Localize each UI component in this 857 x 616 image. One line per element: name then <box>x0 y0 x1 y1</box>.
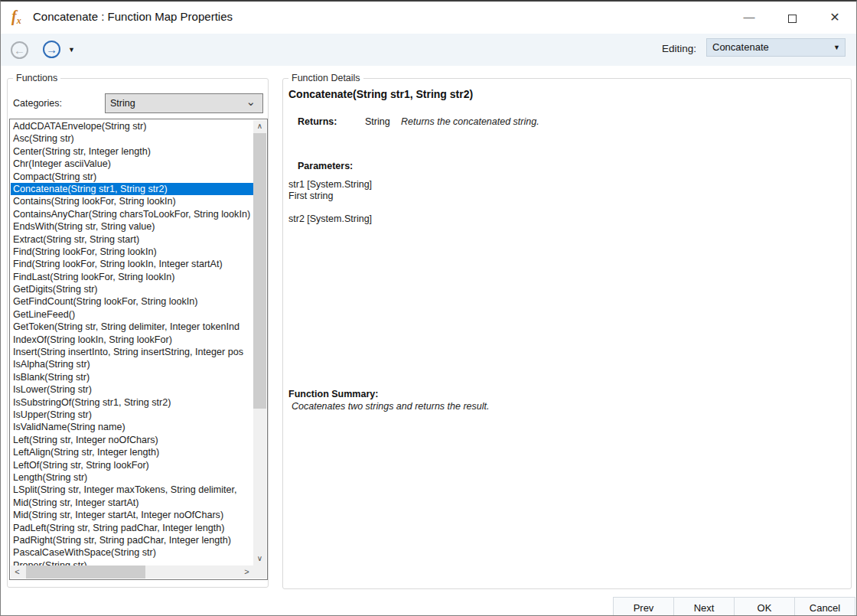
function-list-item[interactable]: GetToken(String str, String delimiter, I… <box>11 321 253 333</box>
editing-label: Editing: <box>662 34 696 66</box>
categories-combobox-value: String <box>110 98 135 109</box>
function-list-item[interactable]: Mid(String str, Integer startAt, Integer… <box>11 509 253 521</box>
function-list-item[interactable]: PadLeft(String str, String padChar, Inte… <box>11 522 253 534</box>
categories-label: Categories: <box>13 98 62 109</box>
function-list-viewport: AddCDATAEnvelope(String str)Asc(String s… <box>11 120 253 565</box>
ok-button[interactable]: OK <box>734 597 795 616</box>
next-button[interactable]: Next <box>673 597 735 616</box>
forward-dropdown-caret-icon[interactable]: ▼ <box>68 46 75 54</box>
scroll-left-icon[interactable]: < <box>11 565 24 579</box>
function-list-item[interactable]: Proper(String str) <box>11 559 253 565</box>
prev-button[interactable]: Prev <box>613 597 674 616</box>
function-list-item[interactable]: GetDigits(String str) <box>11 283 253 295</box>
function-list-item[interactable]: IsSubstringOf(String str1, String str2) <box>11 396 253 409</box>
vertical-scrollbar-thumb[interactable] <box>253 133 266 409</box>
returns-description: Returns the concatenated string. <box>401 116 539 127</box>
function-list-item[interactable]: PadRight(String str, String padChar, Int… <box>11 534 253 546</box>
function-list-item[interactable]: PascalCaseWithSpace(String str) <box>11 546 253 559</box>
chevron-down-icon: ▼ <box>833 39 840 56</box>
parameters-list: str1 [System.String]First stringstr2 [Sy… <box>288 179 372 236</box>
function-list-item[interactable]: Left(String str, Integer noOfChars) <box>11 434 253 446</box>
returns-label: Returns: <box>298 116 337 127</box>
parameter-name: str1 [System.String] <box>288 179 372 191</box>
back-arrow-icon: ← <box>14 44 25 57</box>
close-icon: ✕ <box>829 11 839 24</box>
scroll-right-icon[interactable]: > <box>240 565 253 579</box>
horizontal-scrollbar[interactable]: < > <box>11 565 253 579</box>
minimize-icon: — <box>744 11 755 24</box>
forward-button[interactable]: → <box>43 41 60 58</box>
function-list-item[interactable]: Mid(String str, Integer startAt) <box>11 497 253 509</box>
function-list-item[interactable]: Compact(String str) <box>11 171 253 183</box>
vertical-scrollbar[interactable]: ∧ ∨ <box>253 120 266 565</box>
function-list-item[interactable]: FindLast(String lookFor, String lookIn) <box>11 271 253 283</box>
maximize-icon <box>788 15 797 23</box>
function-list-item[interactable]: Find(String lookFor, String lookIn) <box>11 246 253 258</box>
close-button[interactable]: ✕ <box>813 2 856 34</box>
parameter-name: str2 [System.String] <box>288 213 372 225</box>
horizontal-scrollbar-thumb[interactable] <box>26 565 145 579</box>
functions-group: Functions Categories: String ⌄ AddCDATAE… <box>7 78 269 588</box>
function-details-group-label: Function Details <box>288 73 363 83</box>
function-list-item[interactable]: Extract(String str, String start) <box>11 233 253 246</box>
minimize-button[interactable]: — <box>728 2 771 34</box>
function-list-item[interactable]: GetLineFeed() <box>11 308 253 321</box>
function-list-item[interactable]: Asc(String str) <box>11 132 253 145</box>
back-button[interactable]: ← <box>11 41 28 59</box>
editing-combobox[interactable]: Concatenate ▼ <box>706 38 846 57</box>
function-list-item[interactable]: AddCDATAEnvelope(String str) <box>11 120 253 132</box>
function-list-item[interactable]: EndsWith(String str, String value) <box>11 220 253 233</box>
footer-buttons: PrevNextOKCancel <box>613 597 855 616</box>
function-list-item-selected[interactable]: Concatenate(String str1, String str2) <box>11 183 253 195</box>
returns-type: String <box>365 116 390 127</box>
scroll-down-icon[interactable]: ∨ <box>253 552 266 565</box>
scroll-up-icon[interactable]: ∧ <box>253 120 266 133</box>
parameter-block: str1 [System.String]First string <box>288 179 372 202</box>
function-list-item[interactable]: IsUpper(String str) <box>11 409 253 421</box>
fx-icon: fx <box>11 8 30 26</box>
dialog-window: fx Concatenate : Function Map Properties… <box>0 0 857 616</box>
function-summary-label: Function Summary: <box>288 389 378 399</box>
function-list-item[interactable]: LSplit(String str, Integer maxTokens, St… <box>11 484 253 496</box>
window-title: Concatenate : Function Map Properties <box>33 2 233 34</box>
function-list-item[interactable]: IndexOf(String lookIn, String lookFor) <box>11 334 253 346</box>
function-list-item[interactable]: ContainsAnyChar(String charsToLookFor, S… <box>11 208 253 220</box>
function-list-item[interactable]: Contains(String lookFor, String lookIn) <box>11 195 253 207</box>
function-details-group: Function Details Concatenate(String str1… <box>282 78 852 589</box>
parameter-description: First string <box>288 191 372 202</box>
function-signature: Concatenate(String str1, String str2) <box>288 88 473 100</box>
maximize-button[interactable] <box>771 2 813 34</box>
function-listbox: AddCDATAEnvelope(String str)Asc(String s… <box>9 119 268 580</box>
title-bar: fx Concatenate : Function Map Properties… <box>1 2 856 34</box>
function-list-item[interactable]: IsValidName(String name) <box>11 421 253 433</box>
function-list-item[interactable]: Find(String lookFor, String lookIn, Inte… <box>11 258 253 270</box>
functions-group-label: Functions <box>13 73 60 83</box>
categories-combobox[interactable]: String ⌄ <box>105 93 263 113</box>
function-list-item[interactable]: IsLower(String str) <box>11 383 253 396</box>
forward-arrow-icon: → <box>46 43 57 56</box>
function-list-item[interactable]: Chr(Integer asciiValue) <box>11 158 253 170</box>
scrollbar-corner <box>253 565 266 579</box>
function-list-item[interactable]: IsBlank(String str) <box>11 371 253 383</box>
editing-combobox-value: Concatenate <box>712 41 769 53</box>
function-list-item[interactable]: Length(String str) <box>11 471 253 484</box>
function-summary-text: Cocatenates two strings and returns the … <box>292 401 489 412</box>
function-list-item[interactable]: IsAlpha(String str) <box>11 358 253 370</box>
function-list-item[interactable]: Center(String str, Integer length) <box>11 145 253 158</box>
function-list-item[interactable]: LeftOf(String str, String lookFor) <box>11 459 253 471</box>
function-list-item[interactable]: GetFindCount(String lookFor, String look… <box>11 295 253 308</box>
cancel-button[interactable]: Cancel <box>794 597 855 616</box>
parameters-label: Parameters: <box>298 161 353 171</box>
function-list-item[interactable]: LeftAlign(String str, Integer length) <box>11 446 253 458</box>
parameter-block: str2 [System.String] <box>288 213 372 225</box>
function-list-item[interactable]: Insert(String insertInto, String insertS… <box>11 346 253 358</box>
chevron-down-icon: ⌄ <box>246 93 256 111</box>
